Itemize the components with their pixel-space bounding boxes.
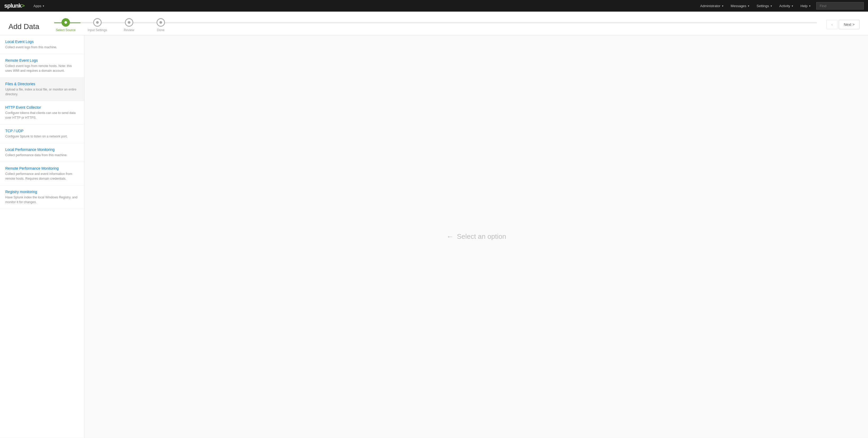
source-title: Local Performance Monitoring	[5, 147, 79, 152]
source-title: HTTP Event Collector	[5, 105, 79, 109]
source-title: Remote Event Logs	[5, 58, 79, 63]
wizard-dot-3	[125, 18, 133, 27]
source-desc: Collect performance data from this machi…	[5, 153, 79, 158]
source-tcp-udp[interactable]: TCP / UDP Configure Splunk to listen on …	[0, 125, 84, 143]
wizard-steps: Select Source Input Settings Review Done	[50, 18, 821, 35]
main-content: Local Event Logs Collect event logs from…	[0, 35, 868, 438]
source-desc: Have Splunk index the local Windows Regi…	[5, 195, 79, 204]
find-input[interactable]	[816, 2, 864, 9]
source-desc: Upload a file, index a local file, or mo…	[5, 87, 79, 97]
logo-text: splunk>	[4, 2, 25, 9]
source-remote-performance[interactable]: Remote Performance Monitoring Collect pe…	[0, 162, 84, 186]
topnav-administrator[interactable]: Administrator ▾	[696, 0, 727, 11]
wizard-step-select-source: Select Source	[50, 18, 82, 35]
wizard-step-input-settings: Input Settings	[82, 18, 113, 35]
next-button[interactable]: Next >	[839, 20, 860, 29]
source-title: Registry monitoring	[5, 190, 79, 194]
source-title: TCP / UDP	[5, 129, 79, 133]
source-desc: Configure Splunk to listen on a network …	[5, 134, 79, 139]
source-list: Local Event Logs Collect event logs from…	[0, 35, 85, 438]
source-desc: Configure tokens that clients can use to…	[5, 110, 79, 120]
select-option-hint: ← Select an option	[446, 232, 506, 241]
source-desc: Collect event logs from this machine.	[5, 45, 79, 49]
wizard-dot-2	[93, 18, 102, 27]
topnav-apps[interactable]: Apps ▾	[30, 0, 48, 11]
splunk-logo[interactable]: splunk>	[4, 2, 25, 9]
wizard-label-3: Review	[124, 28, 134, 32]
wizard-label-1: Select Source	[56, 28, 75, 32]
wizard-label-2: Input Settings	[88, 28, 107, 32]
source-remote-event-logs[interactable]: Remote Event Logs Collect event logs fro…	[0, 54, 84, 77]
chevron-left-icon: ‹	[831, 23, 833, 27]
back-button[interactable]: ‹	[826, 20, 838, 29]
wizard-dot-1	[62, 18, 70, 27]
chevron-down-icon: ▾	[748, 4, 749, 7]
chevron-down-icon: ▾	[43, 4, 44, 7]
topnav-help[interactable]: Help ▾	[797, 0, 814, 11]
topnav-settings[interactable]: Settings ▾	[753, 0, 776, 11]
topnav-activity[interactable]: Activity ▾	[776, 0, 797, 11]
wizard-nav: ‹ Next >	[826, 20, 860, 29]
wizard-bar: Select Source Input Settings Review Done…	[50, 18, 860, 35]
source-desc: Collect performance and event informatio…	[5, 171, 79, 181]
source-local-performance[interactable]: Local Performance Monitoring Collect per…	[0, 143, 84, 162]
source-title: Local Event Logs	[5, 40, 79, 44]
source-title: Remote Performance Monitoring	[5, 166, 79, 170]
chevron-down-icon: ▾	[771, 4, 772, 7]
wizard-label-4: Done	[157, 28, 164, 32]
arrow-left-icon: ←	[446, 232, 454, 241]
wizard-step-done: Done	[145, 18, 177, 35]
topnav-messages[interactable]: Messages ▾	[727, 0, 753, 11]
source-files-directories[interactable]: Files & Directories Upload a file, index…	[0, 77, 84, 101]
wizard-dot-4	[157, 18, 165, 27]
page-header: Add Data Select Source Input Settings Re…	[0, 11, 868, 35]
source-local-event-logs[interactable]: Local Event Logs Collect event logs from…	[0, 35, 84, 54]
topnav: splunk> Apps ▾ Administrator ▾ Messages …	[0, 0, 868, 11]
right-panel: ← Select an option	[85, 35, 868, 438]
wizard-step-review: Review	[113, 18, 145, 35]
chevron-down-icon: ▾	[809, 4, 810, 7]
source-http-event-collector[interactable]: HTTP Event Collector Configure tokens th…	[0, 101, 84, 125]
chevron-down-icon: ▾	[722, 4, 723, 7]
page-title: Add Data	[8, 23, 39, 31]
topnav-right: Administrator ▾ Messages ▾ Settings ▾ Ac…	[696, 0, 864, 11]
source-title: Files & Directories	[5, 82, 79, 86]
source-desc: Collect event logs from remote hosts. No…	[5, 64, 79, 73]
chevron-down-icon: ▾	[792, 4, 793, 7]
source-registry-monitoring[interactable]: Registry monitoring Have Splunk index th…	[0, 186, 84, 209]
